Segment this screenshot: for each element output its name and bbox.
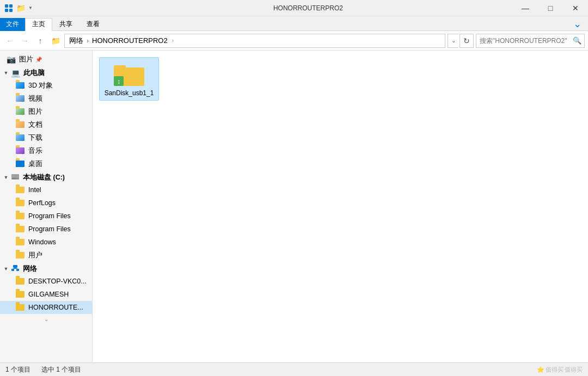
tab-share[interactable]: 共享 <box>52 18 79 31</box>
svg-rect-3 <box>9 9 13 12</box>
folder-music-icon <box>15 146 25 156</box>
window-icon <box>4 4 13 13</box>
file-item-sandisk[interactable]: ↕ SanDisk_usb1_1 <box>99 57 159 101</box>
folder-pictures-icon <box>15 107 25 116</box>
dropdown-chevron-icon: ⌄ <box>451 38 456 44</box>
sidebar-3d-label: 3D 对象 <box>28 81 53 90</box>
sandisk-file-name: SanDisk_usb1_1 <box>105 89 154 97</box>
up-button[interactable]: ↑ <box>34 34 47 48</box>
title-bar: 📁 ▼ HONORROUTERPRO2 — □ ✕ <box>0 0 588 16</box>
sidebar-item-documents[interactable]: 文档 <box>0 118 92 131</box>
address-dropdown-button[interactable]: ⌄ <box>448 34 458 48</box>
local-disk-icon <box>11 173 20 182</box>
honorrouterpro2-icon <box>15 303 25 312</box>
folder-doc-icon <box>15 120 25 130</box>
svg-rect-1 <box>9 4 13 8</box>
search-icon: 🔍 <box>573 36 581 45</box>
this-pc-label: 此电脑 <box>23 69 45 78</box>
tab-file[interactable]: 文件 <box>0 18 25 31</box>
sidebar-item-program-files-2[interactable]: Program Files <box>0 223 92 236</box>
network-icon <box>11 264 20 274</box>
sidebar-honorrouterpro2-label: HONORROUTE... <box>28 304 83 311</box>
svg-point-6 <box>17 178 18 179</box>
this-pc-icon: 💻 <box>11 69 20 77</box>
ribbon-expand-button[interactable]: ⌄ <box>571 19 584 29</box>
sidebar-users-label: 用户 <box>28 251 42 260</box>
sidebar-item-users[interactable]: 用户 <box>0 249 92 262</box>
folder-program-files-1-icon <box>15 211 25 221</box>
forward-icon: → <box>21 36 29 45</box>
svg-rect-9 <box>11 269 14 271</box>
sidebar-item-intel[interactable]: Intel <box>0 183 92 196</box>
svg-rect-10 <box>16 269 19 271</box>
minimize-button[interactable]: — <box>513 0 538 16</box>
sidebar-section-network[interactable]: ▼ 网络 <box>0 262 92 275</box>
refresh-icon: ↻ <box>463 36 470 45</box>
title-controls[interactable]: — □ ✕ <box>513 0 588 16</box>
tab-home[interactable]: 主页 <box>25 18 52 31</box>
tab-view[interactable]: 查看 <box>79 18 107 31</box>
sidebar-item-downloads[interactable]: 下载 <box>0 131 92 144</box>
search-box[interactable]: 🔍 <box>476 34 585 48</box>
svg-rect-14 <box>114 65 126 70</box>
breadcrumb-honorrouterpro2[interactable]: HONORROUTERPRO2 <box>92 36 168 45</box>
network-label: 网络 <box>23 264 37 274</box>
maximize-button[interactable]: □ <box>538 0 563 16</box>
sidebar-desktop-label: 桌面 <box>28 159 42 169</box>
sidebar-program-files-1-label: Program Files <box>28 212 71 220</box>
watermark-icon: ⭐ <box>537 366 544 373</box>
sidebar-intel-label: Intel <box>28 186 41 194</box>
pin-icon: 📌 <box>35 57 42 63</box>
back-button[interactable]: ← <box>3 34 16 48</box>
sidebar-item-desktop-vkc[interactable]: DESKTOP-VKC0... <box>0 275 92 288</box>
sidebar: 📷 图片 📌 ▼ 💻 此电脑 3D 对象 视频 <box>0 51 93 362</box>
sidebar-item-video[interactable]: 视频 <box>0 92 92 105</box>
svg-text:↕: ↕ <box>117 78 120 85</box>
sidebar-item-3d[interactable]: 3D 对象 <box>0 79 92 92</box>
sidebar-item-desktop[interactable]: 桌面 <box>0 157 92 170</box>
close-button[interactable]: ✕ <box>563 0 588 16</box>
sidebar-scroll-down[interactable]: ⌄ <box>0 314 92 324</box>
address-folder-icon: 📁 <box>51 36 60 45</box>
this-pc-arrow-icon: ▼ <box>2 69 10 77</box>
sidebar-item-music[interactable]: 音乐 <box>0 144 92 157</box>
ribbon-tabs: 文件 主页 共享 查看 ⌄ <box>0 16 588 30</box>
refresh-button[interactable]: ↻ <box>460 34 474 48</box>
sidebar-item-pictures[interactable]: 图片 <box>0 105 92 118</box>
address-bar: ← → ↑ 📁 网络 › HONORROUTERPRO2 › ⌄ ↻ 🔍 <box>0 31 588 51</box>
sidebar-item-windows[interactable]: Windows <box>0 236 92 249</box>
search-button[interactable]: 🔍 <box>570 34 584 47</box>
sidebar-item-photos-quick[interactable]: 📷 图片 📌 <box>0 53 92 66</box>
sidebar-section-local-disk[interactable]: ▼ 本地磁盘 (C:) <box>0 170 92 183</box>
sandisk-folder-icon: ↕ <box>113 61 145 87</box>
status-right: ⭐ 值得买 值得买 <box>537 366 583 374</box>
address-path[interactable]: 网络 › HONORROUTERPRO2 › <box>64 34 445 48</box>
sidebar-downloads-label: 下载 <box>28 133 42 143</box>
breadcrumb-separator-1: › <box>87 37 89 45</box>
sidebar-folder-icon: 📷 <box>7 55 16 64</box>
sidebar-section-this-pc[interactable]: ▼ 💻 此电脑 <box>0 66 92 79</box>
sidebar-pictures-label: 图片 <box>28 107 42 116</box>
sidebar-item-perflogs[interactable]: PerfLogs <box>0 196 92 209</box>
desktop-vkc-icon <box>15 276 25 286</box>
sidebar-program-files-2-label: Program Files <box>28 225 71 233</box>
folder-download-icon <box>15 133 25 143</box>
sidebar-item-gilgamesh[interactable]: GILGAMESH <box>0 288 92 301</box>
sidebar-music-label: 音乐 <box>28 146 42 156</box>
ribbon-expand: ⌄ <box>571 19 588 29</box>
sidebar-item-program-files-1[interactable]: Program Files <box>0 209 92 223</box>
file-area: ↕ SanDisk_usb1_1 <box>93 51 588 362</box>
breadcrumb-network[interactable]: 网络 <box>69 36 83 46</box>
search-input[interactable] <box>476 37 570 45</box>
svg-rect-7 <box>13 265 17 268</box>
folder-intel-icon <box>15 185 25 195</box>
network-arrow-icon: ▼ <box>2 265 10 273</box>
selected-count: 选中 1 个项目 <box>41 365 81 374</box>
address-dropdown-icon[interactable]: › <box>172 38 174 44</box>
title-bar-icons: 📁 ▼ <box>4 4 33 13</box>
sidebar-item-honorrouterpro2[interactable]: HONORROUTE... <box>0 301 92 314</box>
forward-button[interactable]: → <box>19 34 32 48</box>
folder-video-icon <box>15 94 25 103</box>
sidebar-gilgamesh-label: GILGAMESH <box>28 291 69 298</box>
folder-users-icon <box>15 250 25 260</box>
